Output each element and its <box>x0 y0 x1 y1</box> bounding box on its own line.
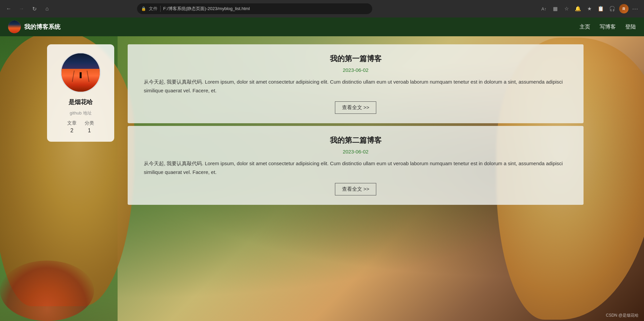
page-wrapper: 我的博客系统 主页 写博客 登陆 是烟花哈 github 地址 <box>0 17 644 321</box>
blog-date-2: 2023-06-02 <box>144 149 567 154</box>
site-navbar: 我的博客系统 主页 写博客 登陆 <box>0 17 644 36</box>
read-mode-icon[interactable]: A↑ <box>539 4 549 13</box>
address-label: 文件 <box>149 6 161 12</box>
blog-title-2: 我的第二篇博客 <box>144 135 567 145</box>
address-url: F:/博客系统(静态页面)-2023/myblog_list.html <box>163 6 250 12</box>
page-footer: CSDN @是烟花哈 <box>606 313 639 318</box>
browser-actions: A↑ ▦ ☆ 🔔 ★ 📋 🎧 R ··· <box>539 4 640 13</box>
avatar-figure <box>80 72 82 78</box>
nav-write[interactable]: 写博客 <box>600 24 616 31</box>
article-count: 2 <box>71 128 74 134</box>
avatar-inner <box>61 53 100 92</box>
stats-row: 文章 2 分类 1 <box>52 120 109 134</box>
nav-home[interactable]: 主页 <box>579 24 590 31</box>
collections-icon[interactable]: 🔔 <box>573 4 583 13</box>
forward-button[interactable]: → <box>17 4 26 13</box>
blog-date-1: 2023-06-02 <box>144 67 567 73</box>
downloads-icon[interactable]: 📋 <box>596 4 606 13</box>
blog-list: 我的第一篇博客 2023-06-02 从今天起, 我要认真敲代码. Lorem … <box>114 44 597 313</box>
main-content: 是烟花哈 github 地址 文章 2 分类 1 我的第一篇博客 2023-06… <box>0 36 644 321</box>
back-button[interactable]: ← <box>4 4 13 13</box>
more-options-button[interactable]: ··· <box>631 4 640 13</box>
favorites-icon[interactable]: ☆ <box>562 4 571 13</box>
sidebar-card: 是烟花哈 github 地址 文章 2 分类 1 <box>47 44 114 142</box>
logo-image <box>8 20 21 33</box>
blog-card-1: 我的第一篇博客 2023-06-02 从今天起, 我要认真敲代码. Lorem … <box>128 44 584 123</box>
blog-excerpt-2: 从今天起, 我要认真敲代码. Lorem ipsum, dolor sit am… <box>144 159 567 176</box>
blog-excerpt-1: 从今天起, 我要认真敲代码. Lorem ipsum, dolor sit am… <box>144 78 567 95</box>
stat-articles: 文章 2 <box>67 120 77 134</box>
site-logo: 我的博客系统 <box>8 20 60 33</box>
username: 是烟花哈 <box>69 98 93 106</box>
blog-title-1: 我的第一篇博客 <box>144 54 567 64</box>
split-view-icon[interactable]: ▦ <box>551 4 560 13</box>
profile-avatar[interactable]: R <box>619 4 629 13</box>
footer-credit: CSDN @是烟花哈 <box>606 313 639 318</box>
github-link[interactable]: github 地址 <box>70 110 91 116</box>
bookmark-icon[interactable]: ★ <box>585 4 594 13</box>
site-title: 我的博客系统 <box>24 23 60 31</box>
avatar <box>60 52 101 93</box>
article-label: 文章 <box>67 120 77 126</box>
music-icon[interactable]: 🎧 <box>608 4 617 13</box>
category-count: 1 <box>88 128 91 134</box>
security-icon: 🔒 <box>141 6 146 11</box>
site-navigation: 主页 写博客 登陆 <box>579 24 636 31</box>
read-more-button-1[interactable]: 查看全文 >> <box>335 101 377 114</box>
category-label: 分类 <box>85 120 94 126</box>
blog-card-2: 我的第二篇博客 2023-06-02 从今天起, 我要认真敲代码. Lorem … <box>128 126 584 205</box>
read-more-button-2[interactable]: 查看全文 >> <box>335 183 377 195</box>
address-bar[interactable]: 🔒 文件 F:/博客系统(静态页面)-2023/myblog_list.html <box>137 3 372 14</box>
stat-categories: 分类 1 <box>85 120 94 134</box>
browser-chrome: ← → ↻ ⌂ 🔒 文件 F:/博客系统(静态页面)-2023/myblog_l… <box>0 0 644 17</box>
nav-login[interactable]: 登陆 <box>625 24 636 31</box>
refresh-button[interactable]: ↻ <box>30 4 39 13</box>
home-button[interactable]: ⌂ <box>42 4 52 13</box>
